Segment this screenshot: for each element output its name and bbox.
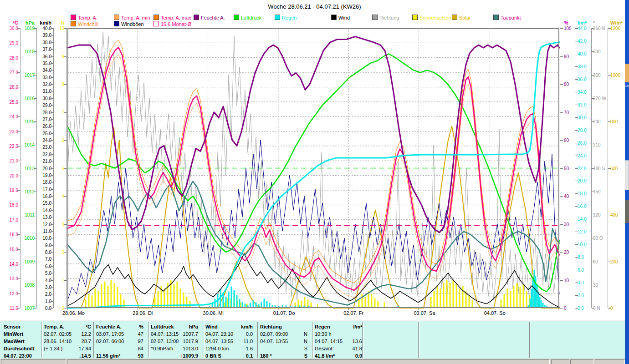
axis-tick-mark	[64, 252, 66, 253]
bar-sonnenschein-bars	[107, 286, 109, 308]
cell-value: 97	[138, 338, 143, 345]
axis-tick-mark	[575, 308, 578, 308]
axis-tick-label: 35.0	[37, 61, 51, 66]
axis-tick-label: 23.0	[37, 145, 51, 150]
axis-tick-label: 22.0	[1, 144, 18, 149]
legend-swatch-regen-icon	[275, 15, 280, 20]
axis-tick-mark	[575, 219, 578, 219]
axis-tick-mark	[560, 28, 563, 29]
legend-label: Wind	[338, 15, 350, 20]
table-col-richtung: Richtung02.07. 09:00N04.07. 13:55NS180 °…	[260, 323, 307, 359]
axis-tick-label: 5	[55, 166, 64, 171]
bar-regen-bars	[537, 284, 538, 308]
bar-regen-bars	[234, 290, 235, 308]
cell-value: 1013.0	[183, 345, 198, 352]
axis-tick-label: 42.0	[578, 39, 592, 44]
axis-tick-label: 32.0	[578, 102, 592, 107]
axis-tick-mark	[64, 196, 66, 197]
axis-tick-label: 8	[55, 82, 64, 87]
axis-tick-label: 24.0	[37, 138, 51, 143]
axis-rule	[66, 28, 67, 308]
axis-tick-mark	[51, 224, 53, 225]
bar-regen-bars	[541, 300, 542, 308]
bar-sonnenschein-bars	[459, 288, 460, 308]
axis-tick-mark	[51, 301, 53, 302]
bar-sonnenschein-bars	[123, 300, 125, 308]
axis-tick-mark	[575, 206, 578, 207]
axis-tick-label: 38.0	[37, 40, 51, 45]
axis-tick-label: 28.0	[1, 56, 18, 61]
cell-value: 41.8	[353, 345, 362, 352]
axis-tick-label: 60	[564, 138, 578, 143]
bar-sonnenschein-bars	[154, 297, 156, 308]
chart-plot[interactable]	[67, 28, 559, 308]
table-row: 03.07. 17:0547	[96, 330, 143, 338]
legend-swatch-temp-a-min-icon	[114, 15, 119, 20]
axis-tick-mark	[560, 112, 563, 113]
axis-tick-mark	[17, 131, 20, 132]
axis-tick-mark	[17, 102, 20, 102]
axis-tick-mark	[34, 238, 36, 238]
axis-tick-mark	[64, 280, 66, 281]
axis-tick-label: 22.0	[37, 152, 51, 157]
axis-tick-mark	[51, 119, 53, 120]
desktop-edge[interactable]: 10	[625, 0, 629, 364]
axis-tick-mark	[51, 175, 53, 176]
axis-tick-label: 1007	[21, 306, 35, 311]
table-divider	[529, 322, 531, 358]
axis-tick-label: 5.0	[37, 271, 51, 276]
axis-tick-label: 2	[55, 250, 64, 255]
table-col-header: Windkm/h	[205, 323, 253, 330]
bar-sonnenschein-bars	[98, 291, 99, 308]
axis-tick-mark	[560, 252, 563, 253]
cell-value-text: 14.5	[82, 353, 91, 359]
axis-tick-label: 1016	[21, 96, 35, 101]
axis-tick-label: 34.0	[37, 68, 51, 73]
axis-tick-label: 30	[593, 283, 609, 288]
axis-tick-mark	[51, 238, 53, 238]
cell-label: 04.07. 23:10	[205, 330, 233, 338]
axis-tick-mark	[608, 308, 611, 308]
axis-tick-label: 17.0	[37, 187, 51, 192]
cell-value: 17.94	[78, 345, 91, 352]
axis-tick-label: 25.0	[1, 100, 18, 105]
table-row: 04.07. 14:1513.6	[315, 338, 362, 345]
axis-tick-mark	[51, 168, 53, 169]
legend-swatch-sonnenschein-icon	[412, 15, 418, 20]
axis-tick-mark	[17, 176, 20, 176]
axis-tick-mark	[17, 264, 20, 264]
desktop-icon-label-fragment: 10	[625, 84, 629, 88]
table-divider	[418, 322, 420, 358]
axis-tick-label: 360 N	[593, 26, 609, 31]
axis-tick-label: 1012	[21, 189, 35, 194]
axis-tick-mark	[51, 196, 53, 197]
axis-tick-label: 1000	[610, 73, 626, 78]
bar-sonnenschein-bars	[453, 280, 454, 308]
axis-tick-label: 1017	[21, 73, 35, 78]
image-fragment	[625, 200, 629, 223]
bar-regen-bars	[266, 301, 268, 308]
bar-regen-bars	[264, 298, 265, 308]
bar-sonnenschein-bars	[111, 280, 112, 308]
bar-regen-bars	[236, 295, 238, 308]
axis-tick-mark	[51, 252, 53, 253]
bar-sonnenschein-bars	[469, 295, 470, 308]
legend-item-feuchte-a: Feuchte A.	[194, 15, 225, 20]
axis-tick-mark	[34, 168, 36, 169]
axis-tick-label: 10	[564, 278, 578, 283]
table-col-header: Richtung	[260, 323, 307, 330]
col-header-unit: hPa	[189, 323, 198, 330]
bar-regen-bars	[261, 302, 262, 308]
bar-sonnenschein-bars	[177, 282, 178, 308]
axis-tick-label: 10.0	[37, 236, 51, 241]
col-header-label: Regen	[315, 323, 330, 330]
axis-tick-mark	[608, 168, 611, 169]
axis-tick-mark	[34, 215, 36, 215]
axis-tick-mark	[608, 75, 611, 76]
axis-tick-mark	[51, 126, 53, 126]
table-divider	[93, 322, 95, 358]
axis-tick-mark	[575, 28, 578, 29]
axis-tick-mark	[64, 224, 66, 225]
axis-tick-label: 7.0	[37, 257, 51, 262]
axis-tick-mark	[51, 42, 53, 43]
